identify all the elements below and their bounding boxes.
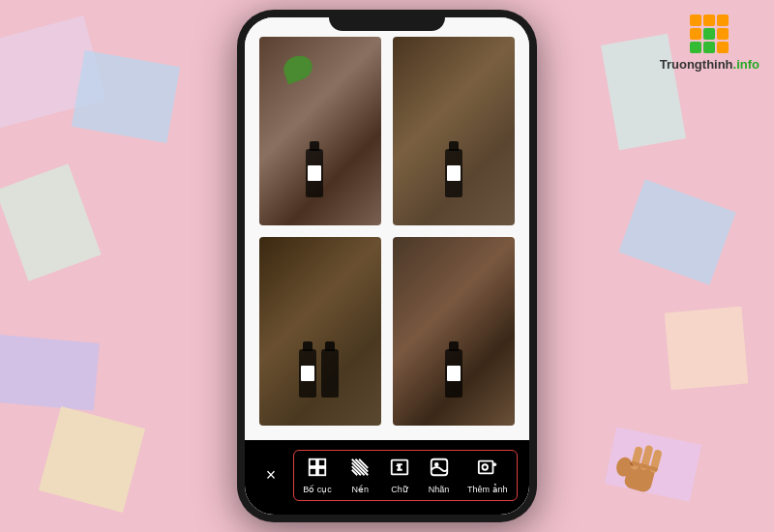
- logo-domain: .info: [733, 57, 759, 72]
- close-button[interactable]: ×: [256, 465, 285, 486]
- bottle-label-3a: [301, 366, 314, 381]
- toolbar-tools-container: Bố cục: [293, 450, 518, 501]
- phone-frame: × Bố cục: [237, 10, 537, 522]
- bottle-4: [445, 349, 462, 398]
- sticker-icon: [429, 457, 450, 481]
- phone-screen: × Bố cục: [245, 17, 529, 515]
- bg-shape-7: [618, 179, 735, 284]
- logo-dot: [717, 42, 729, 53]
- tool-sticker[interactable]: Nhãn: [429, 457, 450, 494]
- logo-dot: [703, 15, 715, 26]
- bottle-2: [445, 149, 462, 197]
- bottom-toolbar: × Bố cục: [245, 440, 529, 515]
- svg-rect-1: [318, 459, 325, 466]
- layout-label: Bố cục: [303, 485, 332, 494]
- leaf-decoration: [281, 51, 316, 84]
- photo-thumb-2[interactable]: [393, 37, 515, 225]
- layout-icon: [307, 457, 328, 481]
- bg-shape-8: [665, 307, 749, 391]
- tool-layout[interactable]: Bố cục: [303, 457, 332, 494]
- toolbar-inner: × Bố cục: [245, 450, 529, 501]
- bg-shape-4: [0, 334, 100, 410]
- bottle-3b: [321, 349, 339, 398]
- svg-text:T: T: [396, 464, 401, 473]
- bg-shape-5: [39, 406, 145, 513]
- logo-dot: [703, 28, 715, 40]
- tool-text[interactable]: T Chữ: [389, 457, 410, 494]
- logo-dot: [717, 15, 729, 26]
- background-label: Nền: [352, 485, 370, 494]
- svg-point-18: [482, 464, 488, 470]
- bottle-1: [306, 149, 323, 197]
- logo-text: Truongthinh.info: [660, 57, 759, 72]
- tool-add-photo[interactable]: Thêm ảnh: [467, 457, 508, 494]
- sticker-label: Nhãn: [429, 485, 450, 494]
- logo-dot: [690, 42, 701, 53]
- logo-dot: [690, 15, 701, 26]
- svg-rect-3: [318, 468, 325, 475]
- photo-thumb-4[interactable]: [393, 237, 515, 426]
- background-icon: [349, 457, 371, 481]
- add-photo-icon: [477, 457, 498, 481]
- photo-collage-grid: [245, 17, 529, 440]
- watermark-logo: Truongthinh.info: [660, 15, 759, 72]
- text-label: Chữ: [391, 485, 408, 494]
- phone-notch: [329, 10, 445, 31]
- svg-point-16: [434, 463, 437, 466]
- photo-thumb-3[interactable]: [259, 237, 381, 426]
- bottle-label-4: [447, 366, 461, 381]
- bottle-label-1: [308, 165, 321, 181]
- svg-rect-2: [310, 468, 316, 475]
- bg-shape-2: [72, 50, 180, 143]
- svg-rect-0: [310, 459, 316, 466]
- tool-background[interactable]: Nền: [349, 457, 371, 494]
- logo-dot: [703, 42, 715, 53]
- photo-thumb-1[interactable]: [259, 37, 381, 225]
- text-icon: T: [389, 457, 410, 481]
- logo-grid: [690, 15, 729, 53]
- bg-shape-3: [0, 163, 102, 281]
- svg-rect-17: [479, 461, 493, 474]
- logo-dot: [690, 28, 701, 40]
- add-photo-label: Thêm ảnh: [467, 485, 508, 494]
- bottle-3a: [299, 349, 316, 398]
- logo-dot: [717, 28, 729, 40]
- bottle-label-2: [447, 165, 461, 181]
- hand-cursor-pointer: [605, 430, 672, 493]
